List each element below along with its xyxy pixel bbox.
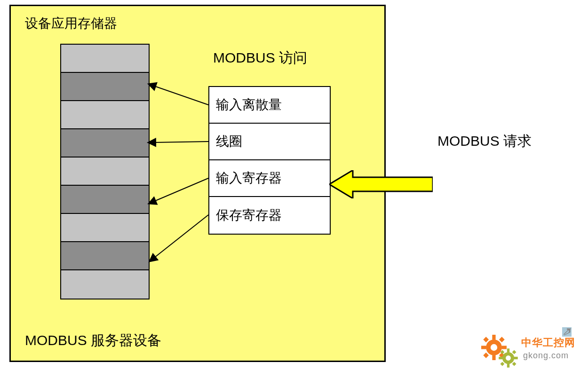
- svg-rect-17: [507, 348, 509, 352]
- svg-rect-11: [483, 337, 489, 342]
- svg-rect-21: [500, 350, 504, 354]
- mem-cell-6: [61, 214, 149, 242]
- svg-rect-12: [499, 337, 505, 342]
- gear-small-icon: [498, 347, 519, 369]
- watermark-logo: 中华工控网 gkong.com: [480, 331, 579, 369]
- svg-marker-5: [329, 170, 433, 198]
- mem-cell-5: [61, 186, 149, 214]
- mem-cell-7: [61, 242, 149, 270]
- watermark-domain: gkong.com: [523, 351, 569, 361]
- svg-line-4: [154, 215, 208, 258]
- svg-rect-7: [492, 335, 495, 340]
- watermark-brand: 中华工控网: [521, 336, 575, 350]
- svg-rect-23: [500, 362, 504, 366]
- access-row-discrete-input: 输入离散量: [209, 87, 330, 124]
- access-row-input-register: 输入寄存器: [209, 160, 330, 197]
- svg-rect-18: [507, 364, 509, 368]
- request-arrow-icon: [329, 170, 433, 198]
- device-memory-title: 设备应用存储器: [25, 15, 117, 32]
- mem-cell-2: [61, 101, 149, 129]
- access-table: 输入离散量 线圈 输入寄存器 保存寄存器: [208, 86, 331, 235]
- svg-rect-22: [512, 350, 516, 354]
- svg-rect-13: [483, 353, 489, 358]
- svg-line-2: [154, 142, 208, 142]
- svg-rect-8: [492, 355, 495, 360]
- svg-point-25: [506, 355, 511, 361]
- modbus-server-label: MODBUS 服务器设备: [25, 331, 161, 350]
- mem-cell-8: [61, 270, 149, 299]
- modbus-request-label: MODBUS 请求: [437, 132, 532, 151]
- svg-rect-9: [481, 346, 486, 349]
- mem-cell-3: [61, 129, 149, 158]
- memory-stack: [60, 44, 150, 299]
- modbus-access-title: MODBUS 访问: [213, 48, 307, 68]
- svg-rect-24: [512, 362, 516, 366]
- svg-rect-20: [514, 357, 518, 359]
- svg-point-15: [491, 344, 497, 351]
- mem-cell-0: [61, 45, 149, 73]
- mem-cell-1: [61, 73, 149, 101]
- svg-rect-19: [499, 357, 502, 359]
- svg-line-1: [154, 86, 208, 105]
- up-arrow-icon: [562, 327, 572, 337]
- svg-line-3: [154, 178, 208, 201]
- mem-cell-4: [61, 158, 149, 186]
- access-row-holding-register: 保存寄存器: [209, 197, 330, 234]
- access-row-coil: 线圈: [209, 124, 330, 160]
